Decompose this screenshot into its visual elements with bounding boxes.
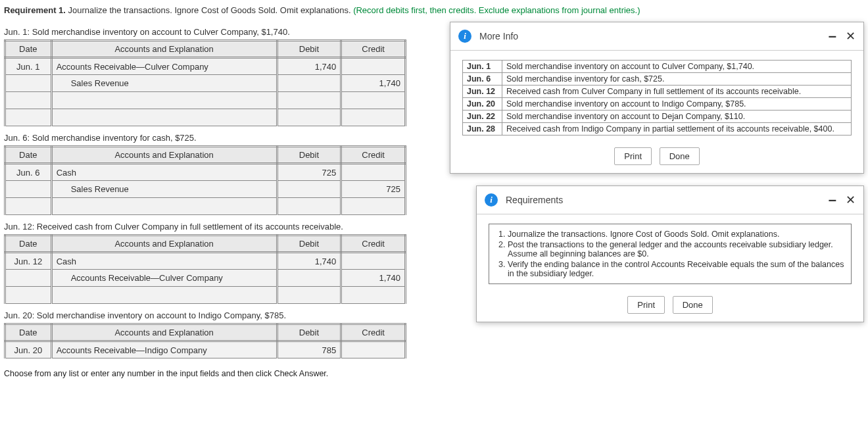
account-cell[interactable]: Accounts Receivable—Culver Company [51, 58, 277, 75]
credit-cell[interactable] [341, 198, 406, 215]
column-header: Credit [341, 324, 406, 341]
debit-cell[interactable]: 1,740 [277, 58, 341, 75]
account-cell[interactable]: Sales Revenue [51, 181, 277, 198]
close-icon[interactable]: ✕ [846, 193, 856, 207]
credit-cell[interactable]: 1,740 [341, 270, 406, 287]
account-cell[interactable]: Accounts Receivable—Indigo Company [51, 341, 277, 358]
debit-cell[interactable] [277, 270, 341, 287]
column-header: Credit [341, 235, 406, 253]
credit-cell[interactable] [341, 164, 406, 181]
table-row [5, 92, 406, 109]
info-icon: i [485, 193, 498, 207]
transaction-description: Jun. 1: Sold merchandise inventory on ac… [4, 27, 443, 37]
table-row [5, 109, 406, 126]
more-info-print-button[interactable]: Print [614, 147, 652, 165]
debit-cell[interactable] [277, 181, 341, 198]
requirements-done-button[interactable]: Done [673, 296, 713, 314]
debit-cell[interactable] [277, 75, 341, 92]
credit-cell[interactable] [341, 341, 406, 358]
more-info-title: More Info [479, 31, 829, 41]
date-cell[interactable] [5, 109, 52, 126]
date-cell[interactable] [5, 287, 52, 304]
journal-table: DateAccounts and ExplanationDebitCreditJ… [4, 323, 406, 358]
date-cell[interactable] [5, 75, 52, 92]
debit-cell[interactable] [277, 287, 341, 304]
requirements-header: i Requirements – ✕ [477, 186, 863, 214]
requirement-item: Journalize the transactions. Ignore Cost… [508, 230, 844, 239]
table-row: Accounts Receivable—Culver Company1,740 [5, 270, 406, 287]
debit-cell[interactable] [277, 92, 341, 109]
credit-cell[interactable] [341, 109, 406, 126]
debit-cell[interactable]: 1,740 [277, 253, 341, 270]
minimize-icon[interactable]: – [829, 34, 836, 39]
column-header: Accounts and Explanation [51, 41, 277, 58]
column-header: Date [5, 147, 52, 164]
info-text: Received cash from Indigo Company in par… [502, 123, 852, 136]
requirements-panel: i Requirements – ✕ Journalize the transa… [476, 185, 864, 322]
column-header: Accounts and Explanation [51, 147, 277, 164]
debit-cell[interactable]: 785 [277, 341, 341, 358]
journal-table: DateAccounts and ExplanationDebitCreditJ… [4, 145, 406, 215]
account-cell[interactable]: Sales Revenue [51, 75, 277, 92]
transaction-description: Jun. 12: Received cash from Culver Compa… [4, 222, 443, 232]
table-row [5, 198, 406, 215]
info-row: Jun. 20Sold merchandise inventory on acc… [463, 98, 852, 111]
date-cell[interactable]: Jun. 12 [5, 253, 52, 270]
info-icon: i [458, 30, 471, 43]
account-cell[interactable]: Cash [51, 253, 277, 270]
date-cell[interactable]: Jun. 1 [5, 58, 52, 75]
requirements-print-button[interactable]: Print [627, 296, 665, 314]
info-text: Sold merchandise inventory on account to… [502, 111, 852, 123]
column-header: Debit [277, 41, 341, 58]
table-row: Sales Revenue725 [5, 181, 406, 198]
date-cell[interactable] [5, 270, 52, 287]
table-row: Jun. 6Cash725 [5, 164, 406, 181]
date-cell[interactable]: Jun. 20 [5, 341, 52, 358]
column-header: Credit [341, 41, 406, 58]
date-cell[interactable]: Jun. 6 [5, 164, 52, 181]
journal-area: Jun. 1: Sold merchandise inventory on ac… [4, 20, 443, 362]
account-cell[interactable] [51, 287, 277, 304]
date-cell[interactable] [5, 92, 52, 109]
credit-cell[interactable]: 1,740 [341, 75, 406, 92]
column-header: Date [5, 324, 52, 341]
table-row: Jun. 20Accounts Receivable—Indigo Compan… [5, 341, 406, 358]
date-cell[interactable] [5, 198, 52, 215]
column-header: Accounts and Explanation [51, 235, 277, 253]
date-cell[interactable] [5, 181, 52, 198]
column-header: Debit [277, 324, 341, 341]
requirements-title: Requirements [506, 195, 829, 205]
info-date: Jun. 12 [463, 86, 502, 98]
close-icon[interactable]: ✕ [846, 29, 856, 43]
transaction-description: Jun. 20: Sold merchandise inventory on a… [4, 310, 443, 320]
account-cell[interactable] [51, 109, 277, 126]
account-cell[interactable]: Accounts Receivable—Culver Company [51, 270, 277, 287]
account-cell[interactable] [51, 198, 277, 215]
info-date: Jun. 1 [463, 61, 502, 73]
info-row: Jun. 12Received cash from Culver Company… [463, 86, 852, 98]
credit-cell[interactable] [341, 253, 406, 270]
debit-cell[interactable]: 725 [277, 164, 341, 181]
info-row: Jun. 6Sold merchandise inventory for cas… [463, 73, 852, 86]
info-text: Received cash from Culver Company in ful… [502, 86, 852, 98]
debit-cell[interactable] [277, 198, 341, 215]
more-info-header: i More Info – ✕ [450, 22, 863, 51]
account-cell[interactable] [51, 92, 277, 109]
credit-cell[interactable]: 725 [341, 181, 406, 198]
column-header: Debit [277, 147, 341, 164]
column-header: Accounts and Explanation [51, 324, 277, 341]
account-cell[interactable]: Cash [51, 164, 277, 181]
credit-cell[interactable] [341, 92, 406, 109]
table-row: Sales Revenue1,740 [5, 75, 406, 92]
minimize-icon[interactable]: – [829, 197, 836, 203]
credit-cell[interactable] [341, 287, 406, 304]
requirement-item: Post the transactions to the general led… [508, 240, 844, 259]
debit-cell[interactable] [277, 109, 341, 126]
journal-table: DateAccounts and ExplanationDebitCreditJ… [4, 234, 406, 304]
table-row [5, 287, 406, 304]
credit-cell[interactable] [341, 58, 406, 75]
more-info-done-button[interactable]: Done [660, 147, 700, 165]
info-date: Jun. 20 [463, 98, 502, 111]
more-info-panel: i More Info – ✕ Jun. 1Sold merchandise i… [450, 22, 864, 174]
info-date: Jun. 6 [463, 73, 502, 86]
